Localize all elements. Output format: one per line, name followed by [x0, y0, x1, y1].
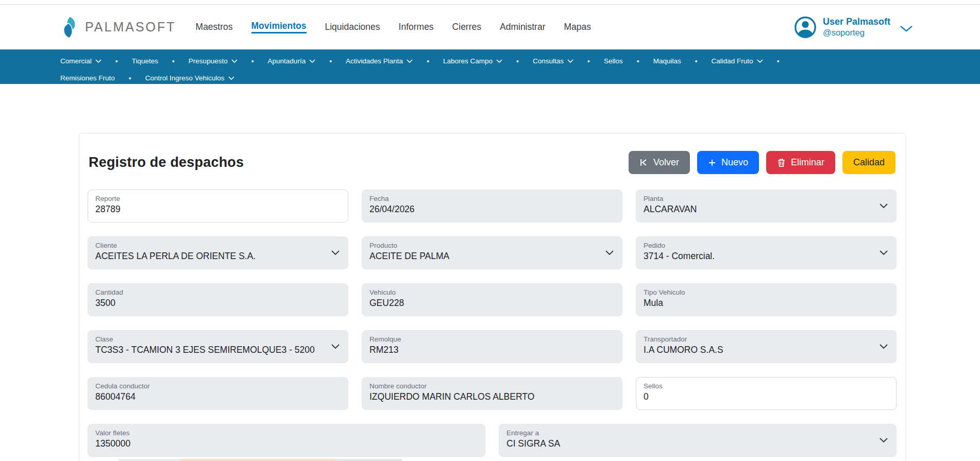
nav-cierres[interactable]: Cierres [452, 22, 481, 32]
field-label: Pedido [644, 242, 878, 249]
brand-logo[interactable]: PALMASOFT [59, 15, 176, 39]
subnav-calidad-fruto[interactable]: Calidad Fruto [712, 57, 763, 65]
chevron-down-icon [231, 59, 238, 63]
field-label: Sellos [644, 382, 878, 390]
calidad-button[interactable]: Calidad [842, 151, 895, 174]
subnav-tiquetes[interactable]: Tiquetes [132, 57, 158, 65]
field-cedula-conductor: Cedula conductor 86004764 [88, 377, 348, 410]
header: PALMASOFT Maestros Movimientos Liquidaci… [0, 5, 980, 49]
user-handle: @soporteg [823, 27, 890, 38]
field-remolque: Remolque RM213 [362, 330, 622, 363]
nav-mapas[interactable]: Mapas [564, 22, 592, 32]
field-label: Fecha [369, 195, 604, 202]
subnav-actividades-planta[interactable]: Actividades Planta [346, 57, 413, 65]
subnav-sellos[interactable]: Sellos [604, 57, 623, 65]
subnav-apuntaduria[interactable]: Apuntaduría [268, 57, 316, 65]
subnav-separator: • [129, 74, 131, 82]
field-label: Remolque [369, 335, 604, 343]
eliminar-button[interactable]: Eliminar [766, 151, 835, 174]
field-value: RM213 [369, 345, 604, 355]
chevron-down-icon [880, 203, 888, 209]
field-value: ALCARAVAN [644, 204, 878, 215]
nav-maestros[interactable]: Maestros [196, 22, 233, 32]
field-clase[interactable]: Clase TC3S3 - TCAMION 3 EJES SEMIREMOLQU… [88, 330, 348, 363]
field-label: Nombre conductor [369, 382, 604, 390]
field-value: Mula [644, 298, 878, 309]
field-sellos[interactable]: Sellos 0 [636, 377, 897, 410]
field-fecha: Fecha 26/04/2026 [362, 190, 622, 223]
field-label: Vehiculo [369, 288, 604, 296]
field-value: TC3S3 - TCAMION 3 EJES SEMIREMOLQUE3 - 5… [95, 345, 330, 355]
user-name: User Palmasoft [823, 16, 890, 28]
chevron-down-icon [900, 25, 913, 32]
subnav-separator: • [115, 57, 118, 65]
subnav-separator: • [251, 57, 254, 65]
user-menu[interactable]: User Palmasoft @soporteg [794, 5, 913, 49]
main-nav: Maestros Movimientos Liquidaciones Infor… [196, 21, 591, 33]
subnav-separator: • [516, 57, 519, 65]
subnav-comercial[interactable]: Comercial [60, 57, 102, 65]
field-label: Valor fletes [95, 429, 467, 437]
field-nombre-conductor: Nombre conductor IZQUIERDO MARIN CARLOS … [362, 377, 622, 410]
field-value: 1350000 [95, 438, 467, 449]
field-reporte[interactable]: Reporte 28789 [88, 190, 348, 223]
despachos-card: Registro de despachos Volver Nuevo Elimi… [79, 133, 906, 461]
subnav-labores-campo[interactable]: Labores Campo [443, 57, 502, 65]
field-label: Cliente [95, 242, 330, 249]
chevron-down-icon [757, 59, 763, 63]
chevron-down-icon [880, 344, 888, 349]
field-label: Entregar a [506, 429, 878, 437]
subnav-control-ingreso-vehiculos[interactable]: Control Ingreso Vehiculos [145, 74, 234, 82]
field-value: 28789 [95, 204, 330, 215]
toolbar: Volver Nuevo Eliminar Calidad [629, 151, 895, 174]
field-cliente[interactable]: Cliente ACEITES LA PERLA DE ORIENTE S.A. [88, 236, 348, 269]
field-value: ACEITE DE PALMA [369, 251, 604, 262]
field-label: Clase [95, 335, 330, 343]
field-planta[interactable]: Planta ALCARAVAN [636, 190, 897, 223]
chevron-down-icon [407, 59, 413, 63]
field-value: ACEITES LA PERLA DE ORIENTE S.A. [95, 251, 330, 262]
nav-movimientos[interactable]: Movimientos [251, 21, 307, 33]
field-label: Transportador [644, 335, 878, 343]
field-vehiculo: Vehiculo GEU228 [362, 283, 622, 316]
field-label: Cedula conductor [95, 382, 330, 390]
chevron-down-icon [880, 438, 888, 443]
field-tipo-vehiculo: Tipo Vehiculo Mula [636, 283, 897, 316]
field-value: CI SIGRA SA [506, 438, 878, 449]
field-transportador[interactable]: Transportador I.A CUMORO S.A.S [636, 330, 897, 363]
field-value: 3500 [95, 298, 330, 309]
field-value: GEU228 [369, 298, 604, 309]
subnav-row-1: Comercial • Tiquetes • Presupuesto • Apu… [60, 54, 980, 68]
subnav-consultas[interactable]: Consultas [533, 57, 573, 65]
chevron-down-icon [331, 250, 340, 255]
chevron-down-icon [95, 59, 102, 63]
subnav-presupuesto[interactable]: Presupuesto [189, 57, 238, 65]
plus-icon [708, 159, 716, 167]
subnav-remisiones-fruto[interactable]: Remisiones Fruto [60, 74, 115, 82]
subnav-separator: • [695, 57, 698, 65]
palm-leaf-logo-icon [59, 15, 80, 39]
skip-back-icon [639, 158, 648, 167]
field-value: IZQUIERDO MARIN CARLOS ALBERTO [369, 391, 604, 402]
chevron-down-icon [880, 250, 888, 255]
brand-name: PALMASOFT [85, 20, 176, 35]
field-label: Cantidad [95, 288, 330, 296]
field-producto[interactable]: Producto ACEITE DE PALMA [362, 236, 622, 269]
chevron-down-icon [567, 59, 573, 63]
field-entregar-a[interactable]: Entregar a CI SIGRA SA [499, 424, 897, 457]
field-label: Tipo Vehiculo [644, 288, 878, 296]
subnav-maquilas[interactable]: Maquilas [653, 57, 681, 65]
page-title: Registro de despachos [89, 155, 244, 170]
avatar [794, 16, 817, 39]
module-subnav: Comercial • Tiquetes • Presupuesto • Apu… [0, 49, 980, 84]
subnav-separator: • [777, 57, 780, 65]
nav-liquidaciones[interactable]: Liquidaciones [325, 22, 380, 32]
nav-administrar[interactable]: Administrar [500, 22, 546, 32]
subnav-separator: • [427, 57, 429, 65]
field-pedido[interactable]: Pedido 3714 - Comercial. [636, 236, 897, 269]
cutoff-content-strip [119, 459, 402, 461]
subnav-separator: • [637, 57, 639, 65]
volver-button[interactable]: Volver [629, 151, 690, 174]
nuevo-button[interactable]: Nuevo [697, 151, 759, 174]
nav-informes[interactable]: Informes [399, 22, 434, 32]
